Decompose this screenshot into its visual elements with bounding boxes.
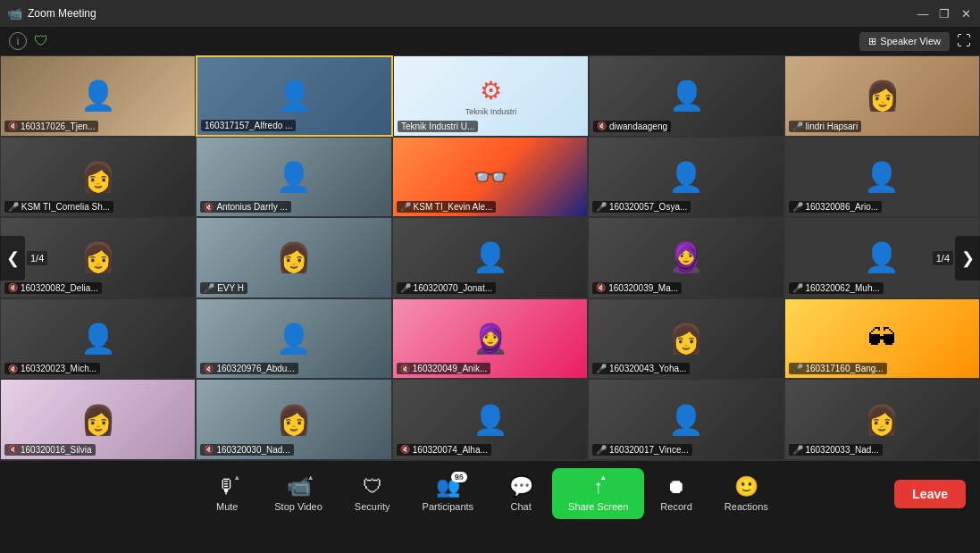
video-row-3: 👤 🔇160320023_Mich... 👤 🔇160320976_Abdu..… [0, 298, 980, 380]
video-cell-p25: 👩 🎤 160320033_Nad... [784, 379, 980, 460]
participants-caret[interactable]: ▲ [456, 473, 464, 482]
security-label: Security [355, 501, 390, 512]
participant-name-p20: 🎤 160317160_Bang... [792, 364, 884, 373]
video-cell-p5: 👩 🎤 lindri Hapsari [784, 55, 980, 137]
video-cell-p6: 👩 🎤 KSM TI_Cornelia Sh... [0, 137, 196, 218]
grid-icon: ⊞ [868, 36, 876, 47]
participant-name-p9: 🎤 160320057_Osya... [596, 202, 687, 212]
participant-name-p21: 160320016_Silvia [21, 445, 92, 455]
record-button[interactable]: ⏺ Record [644, 468, 708, 519]
participant-name-p18: 160320049_Anik... [413, 364, 487, 373]
video-cell-p7: 👤 🔇Antonius Darrly ... [196, 137, 391, 218]
share-screen-icon: ↑ ▲ [593, 475, 603, 499]
video-cell-p18: 🧕 🔇160320049_Anik... [392, 298, 588, 380]
participant-name-p11: 160320082_Delia... [21, 283, 98, 293]
video-cell-p21: 👩 🔇160320016_Silvia [0, 379, 196, 460]
participant-name-p4: diwandaageng [609, 121, 667, 131]
participant-name-p15: 🎤 160320062_Muh... [792, 283, 880, 293]
participant-name-p1: 160317026_Tjen... [21, 121, 95, 131]
video-cell-p10: 👤 🎤 160320086_Ario... [784, 137, 980, 218]
mute-caret[interactable]: ▲ [233, 473, 240, 482]
chat-icon: 💬 [509, 475, 533, 499]
participant-name-p12: 🎤 EVY H [204, 283, 244, 293]
topbar-left: i 🛡 [9, 32, 48, 50]
topbar-right: ⊞ Speaker View ⛶ [859, 32, 971, 51]
speaker-view-label: Speaker View [880, 36, 941, 46]
participant-name-p3: Teknik Industri U... [401, 121, 474, 131]
participant-name-p8: 🎤 KSM TI_Kevin Ale... [400, 202, 493, 212]
titlebar-title: Zoom Meeting [28, 7, 96, 20]
participant-name-p25: 🎤 160320033_Nad... [792, 445, 879, 455]
video-row-0: 👤 🔇160317026_Tjen... 👤 160317157_Alfredo… [0, 55, 980, 137]
participant-name-p7: Antonius Darrly ... [216, 202, 287, 212]
titlebar: 📹 Zoom Meeting — ❐ ✕ [0, 0, 980, 27]
video-cell-p12: 👩 🎤 EVY H [196, 217, 391, 298]
video-cell-p9: 👤 🎤 160320057_Osya... [588, 137, 783, 218]
participant-name-p19: 🎤 160320043_Yoha... [596, 364, 686, 373]
titlebar-left: 📹 Zoom Meeting [7, 6, 96, 21]
participant-name-p2: 160317157_Alfredo ... [205, 121, 292, 130]
video-cell-p22: 👩 🔇160320030_Nad... [196, 379, 391, 460]
zoom-icon: 📹 [7, 6, 22, 21]
video-cell-p24: 👤 🎤 160320017_Vince... [588, 379, 783, 460]
participants-label: Participants [423, 501, 473, 512]
participant-name-p24: 🎤 160320017_Vince... [596, 445, 689, 455]
video-cell-p3: ⚙ Teknik Industri Teknik Industri U... [393, 55, 589, 137]
video-cell-p4: 👤 🔇diwandaageng [589, 55, 784, 137]
participant-name-p17: 160320976_Abdu... [216, 364, 294, 373]
mute-label: Mute [216, 501, 238, 512]
page-indicator-left: 1/4 [27, 251, 47, 265]
reactions-button[interactable]: 🙂 Reactions [708, 468, 784, 519]
restore-button[interactable]: ❐ [937, 6, 951, 21]
close-button[interactable]: ✕ [959, 6, 973, 21]
prev-page-button[interactable]: ❮ [0, 236, 25, 281]
next-page-button[interactable]: ❯ [955, 236, 980, 281]
video-cell-p1: 👤 🔇160317026_Tjen... [0, 55, 196, 137]
leave-button[interactable]: Leave [894, 480, 966, 508]
video-cell-p13: 👤 🎤 160320070_Jonat... [392, 217, 588, 298]
mute-button[interactable]: 🎙 ▲ Mute [196, 468, 258, 519]
toolbar: 🎙 ▲ Mute 📹 ▲ Stop Video 🛡 Security 👥 96 … [0, 460, 980, 526]
video-cell-p20: 🕶 🎤 160317160_Bang... [784, 298, 980, 380]
reactions-label: Reactions [725, 501, 768, 512]
fullscreen-button[interactable]: ⛶ [957, 33, 971, 49]
stop-video-label: Stop Video [274, 501, 322, 512]
participant-name-p5: 🎤 lindri Hapsari [792, 121, 858, 131]
video-cell-p23: 👤 🔇160320074_Alha... [392, 379, 588, 460]
participant-name-p10: 🎤 160320086_Ario... [792, 202, 879, 212]
participant-name-p16: 160320023_Mich... [21, 364, 96, 373]
mute-icon: 🎙 ▲ [217, 475, 237, 499]
video-cell-p16: 👤 🔇160320023_Mich... [0, 298, 196, 380]
minimize-button[interactable]: — [916, 6, 930, 21]
record-icon: ⏺ [666, 475, 686, 499]
record-label: Record [660, 501, 691, 512]
video-row-1: 👩 🎤 KSM TI_Cornelia Sh... 👤 🔇Antonius Da… [0, 137, 980, 218]
video-cell-p8: 👓 🎤 KSM TI_Kevin Ale... [392, 137, 588, 218]
participant-name-p6: 🎤 KSM TI_Cornelia Sh... [8, 202, 110, 212]
titlebar-controls: — ❐ ✕ [916, 6, 973, 21]
stop-video-button[interactable]: 📹 ▲ Stop Video [258, 468, 339, 519]
participant-name-p13: 🎤 160320070_Jonat... [400, 283, 492, 293]
participant-name-p14: 160320039_Ma... [608, 283, 678, 293]
participants-button[interactable]: 👥 96 ▲ Participants [406, 468, 490, 519]
video-cell-p19: 👩 🎤 160320043_Yoha... [588, 298, 783, 380]
info-icon[interactable]: i [9, 32, 27, 50]
shield-icon[interactable]: 🛡 [34, 33, 48, 49]
security-button[interactable]: 🛡 Security [339, 468, 406, 519]
share-screen-button[interactable]: ↑ ▲ Share Screen [552, 468, 644, 519]
share-caret[interactable]: ▲ [599, 473, 607, 482]
participant-name-p23: 160320074_Alha... [413, 445, 488, 455]
security-icon: 🛡 [363, 475, 382, 499]
video-caret[interactable]: ▲ [307, 473, 314, 482]
video-cell-p17: 👤 🔇160320976_Abdu... [196, 298, 391, 380]
page-indicator-right: 1/4 [933, 251, 953, 265]
video-row-4: 👩 🔇160320016_Silvia 👩 🔇160320030_Nad... … [0, 379, 980, 460]
video-cell-p14: 🧕 🔇160320039_Ma... [588, 217, 783, 298]
video-cell-p2: 👤 160317157_Alfredo ... [196, 55, 393, 137]
speaker-view-button[interactable]: ⊞ Speaker View [859, 32, 950, 51]
chat-label: Chat [510, 501, 531, 512]
participants-icon: 👥 96 ▲ [436, 475, 460, 499]
chat-button[interactable]: 💬 Chat [490, 468, 552, 519]
share-screen-label: Share Screen [568, 501, 628, 512]
participant-name-p22: 160320030_Nad... [216, 445, 289, 455]
